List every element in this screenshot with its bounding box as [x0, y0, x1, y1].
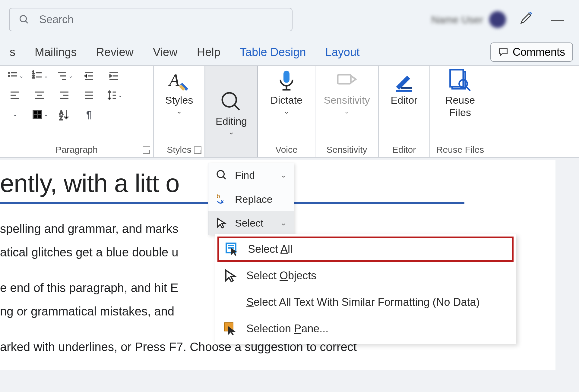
numbering-button[interactable]: 12⌄ [30, 70, 49, 82]
selection-pane-menu-item[interactable]: Selection Pane... [215, 315, 516, 342]
borders-button[interactable]: ⌄ [30, 108, 49, 121]
chevron-down-icon: ⌄ [280, 219, 286, 227]
find-label: Find [235, 169, 255, 181]
svg-point-57 [217, 171, 224, 177]
tab-review[interactable]: Review [86, 46, 143, 59]
editor-label: Editor [391, 94, 418, 106]
group-paragraph: ⌄ 12⌄ ⌄ ⌄ ⌄ ⌄ AZ ¶ Paragraph [0, 66, 154, 157]
select-submenu: Select All Select Objects Select All Tex… [215, 234, 516, 344]
align-center-button[interactable] [30, 89, 49, 101]
svg-point-7 [8, 75, 10, 77]
tab-table-design[interactable]: Table Design [230, 46, 316, 59]
dictate-label: Dictate [271, 94, 302, 106]
select-similar-menu-item[interactable]: Select All Text With Similar Formatting … [215, 289, 516, 315]
line-spacing-button[interactable]: ⌄ [105, 89, 123, 101]
tab-layout[interactable]: Layout [316, 46, 369, 59]
editor-button[interactable]: Editor [378, 66, 430, 106]
titlebar-right: Name User — [431, 11, 570, 28]
group-voice-label: Voice [275, 141, 297, 155]
chevron-down-icon[interactable]: ⌄ [280, 171, 286, 179]
styles-dialog-launcher[interactable] [194, 146, 201, 154]
group-editor: Editor Editor [379, 66, 430, 157]
multilevel-list-button[interactable]: ⌄ [55, 70, 73, 82]
svg-line-58 [223, 177, 226, 179]
paragraph-buttons-row3: ⌄ ⌄ AZ ¶ [6, 101, 147, 121]
styles-button[interactable]: A Styles ⌄ [153, 66, 205, 115]
svg-rect-50 [338, 75, 351, 84]
select-menu-item[interactable]: Select ⌄ [208, 211, 294, 235]
editing-dropdown: Find ⌄ bc Replace Select ⌄ [208, 163, 294, 235]
svg-line-46 [234, 105, 239, 110]
search-input[interactable]: Search [9, 8, 293, 31]
selection-pane-icon [223, 321, 238, 336]
tag-icon [335, 69, 359, 93]
selection-pane-label: Selection Pane... [246, 322, 328, 335]
group-paragraph-label: Paragraph [55, 141, 98, 155]
tab-prev-cut[interactable]: s [0, 46, 25, 59]
comments-label: Comments [513, 46, 565, 58]
select-objects-label: Select Objects [246, 269, 316, 282]
comments-button[interactable]: Comments [490, 42, 573, 62]
reuse-files-label: Reuse Files [445, 94, 475, 119]
user-name: Name User [431, 14, 483, 26]
search-icon [219, 90, 243, 114]
group-voice: Dictate ⌄ Voice [258, 66, 315, 157]
editing-button[interactable]: Editing ⌄ [205, 66, 258, 157]
select-label: Select [235, 217, 264, 229]
microphone-icon [274, 69, 299, 93]
shading-button[interactable]: ⌄ [6, 108, 24, 121]
tab-help[interactable]: Help [187, 46, 230, 59]
sort-button[interactable]: AZ [55, 108, 73, 121]
search-icon [19, 14, 30, 25]
align-right-button[interactable] [55, 89, 73, 101]
coming-soon-icon[interactable] [518, 12, 533, 27]
select-objects-menu-item[interactable]: Select Objects [215, 262, 516, 289]
svg-point-0 [20, 16, 27, 22]
ribbon-tabs: s Mailings Review View Help Table Design… [0, 39, 579, 65]
file-search-icon [448, 69, 472, 93]
editing-label: Editing [216, 115, 247, 127]
paragraph-buttons: ⌄ 12⌄ ⌄ [6, 66, 147, 82]
tab-mailings[interactable]: Mailings [25, 46, 86, 59]
chevron-down-icon: ⌄ [228, 128, 234, 136]
svg-line-3 [530, 14, 532, 14]
reuse-files-button[interactable]: Reuse Files [435, 66, 486, 119]
replace-menu-item[interactable]: bc Replace [208, 187, 294, 211]
select-all-menu-item[interactable]: Select All [217, 237, 514, 262]
comment-icon [498, 47, 508, 57]
svg-rect-54 [450, 70, 463, 87]
sensitivity-button[interactable]: Sensitivity ⌄ [321, 66, 372, 115]
decrease-indent-button[interactable] [80, 70, 98, 82]
group-sensitivity: Sensitivity ⌄ Sensitivity [315, 66, 379, 157]
chevron-down-icon: ⌄ [283, 107, 290, 115]
title-bar: Search Name User — [0, 0, 579, 39]
svg-point-5 [8, 72, 10, 74]
search-placeholder: Search [39, 13, 74, 26]
replace-label: Replace [235, 193, 273, 205]
dictate-button[interactable]: Dictate ⌄ [261, 66, 312, 115]
pen-lines-icon [392, 69, 416, 93]
minimize-button[interactable]: — [545, 12, 570, 27]
justify-button[interactable] [80, 89, 98, 101]
show-marks-button[interactable]: ¶ [80, 108, 98, 121]
group-styles: A Styles ⌄ Styles [154, 66, 205, 157]
paragraph-dialog-launcher[interactable] [143, 146, 150, 154]
styles-label: Styles [165, 94, 193, 106]
bullets-button[interactable]: ⌄ [6, 70, 24, 82]
group-editing: Editing ⌄ [205, 66, 258, 157]
increase-indent-button[interactable] [105, 70, 123, 82]
replace-icon: bc [216, 193, 228, 205]
group-sensitivity-label: Sensitivity [326, 141, 367, 155]
svg-text:2: 2 [32, 74, 34, 79]
paragraph-buttons-row2: ⌄ [6, 82, 147, 101]
search-icon [216, 169, 228, 181]
svg-rect-47 [283, 71, 290, 83]
find-menu-item[interactable]: Find ⌄ [208, 163, 294, 187]
tab-view[interactable]: View [143, 46, 187, 59]
group-reuse-files: Reuse Files Reuse Files [430, 66, 490, 157]
user-account[interactable]: Name User [431, 11, 506, 28]
svg-line-2 [530, 12, 531, 13]
align-left-button[interactable] [6, 89, 24, 101]
cursor-icon [216, 217, 228, 229]
group-editor-label: Editor [392, 141, 416, 155]
